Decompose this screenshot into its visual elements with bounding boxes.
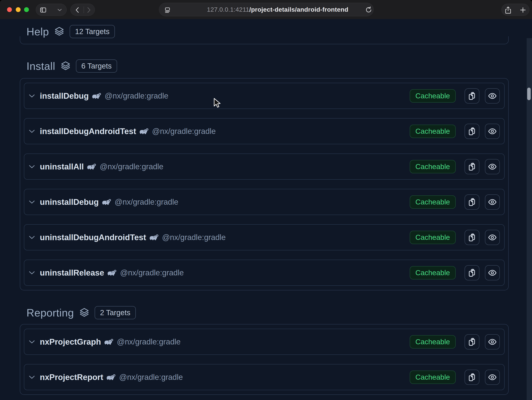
mouse-cursor [213, 98, 221, 109]
layers-icon [60, 61, 71, 71]
copy-button[interactable] [465, 265, 479, 280]
cacheable-badge: Cacheable [410, 335, 456, 349]
scrollbar-thumb[interactable] [527, 88, 531, 100]
view-details-button[interactable] [485, 370, 500, 385]
layers-icon [79, 307, 89, 318]
eye-icon [488, 338, 497, 346]
target-row[interactable]: uninstallDebugAndroidTest @nx/gradle:gra… [24, 224, 505, 250]
sidebar-icon[interactable] [39, 6, 47, 14]
section-title: Help [26, 25, 49, 38]
browser-window: 127.0.0.1:4211/project-details/android-f… [0, 0, 532, 400]
gradle-elephant-icon [92, 92, 101, 100]
chevron-down-icon[interactable] [57, 8, 62, 12]
copy-button[interactable] [465, 334, 479, 350]
url-host: 127.0.0.1:4211 [207, 6, 249, 13]
expand-chevron-icon[interactable] [29, 340, 35, 344]
section-card-install: installDebug @nx/gradle:gradleCacheable … [20, 78, 509, 290]
section-header-install: Install 6 Targets [26, 59, 117, 73]
expand-chevron-icon[interactable] [29, 200, 35, 204]
view-details-button[interactable] [485, 194, 500, 210]
clipboard-copy-icon [468, 373, 476, 382]
section-card-bottom-help [20, 36, 509, 44]
eye-icon [488, 233, 497, 242]
traffic-light-minimize[interactable] [16, 7, 20, 12]
nav-button-group [70, 4, 95, 16]
target-row[interactable]: nxProjectReport @nx/gradle:gradleCacheab… [24, 364, 505, 390]
target-name: uninstallAll [40, 162, 84, 171]
target-name: installDebugAndroidTest [40, 127, 136, 136]
expand-chevron-icon[interactable] [29, 375, 35, 379]
traffic-light-close[interactable] [7, 7, 12, 12]
gradle-elephant-icon [107, 269, 116, 276]
clipboard-copy-icon [468, 233, 476, 242]
page-format-icon[interactable] [164, 6, 171, 13]
gradle-elephant-icon [87, 163, 96, 170]
target-row[interactable]: installDebug @nx/gradle:gradleCacheable [24, 83, 505, 109]
eye-icon [488, 373, 497, 382]
cacheable-badge: Cacheable [410, 195, 456, 209]
target-count-badge: 12 Targets [70, 25, 115, 38]
expand-chevron-icon[interactable] [29, 236, 35, 239]
clipboard-copy-icon [468, 338, 476, 346]
target-name: installDebug [40, 91, 89, 100]
target-row[interactable]: installDebugAndroidTest @nx/gradle:gradl… [24, 118, 505, 144]
new-tab-icon[interactable] [519, 6, 526, 13]
scrollbar-track[interactable] [527, 38, 532, 400]
expand-chevron-icon[interactable] [29, 271, 35, 275]
expand-chevron-icon[interactable] [29, 94, 35, 98]
view-details-button[interactable] [485, 88, 500, 104]
view-details-button[interactable] [485, 230, 500, 245]
gradle-elephant-icon [102, 199, 111, 206]
expand-chevron-icon[interactable] [29, 129, 35, 133]
gradle-elephant-icon [106, 374, 115, 381]
clipboard-copy-icon [468, 127, 476, 136]
target-row[interactable]: nxProjectGraph @nx/gradle:gradleCacheabl… [24, 329, 505, 355]
toolbar-right-group [501, 4, 529, 16]
reload-icon[interactable] [365, 6, 373, 14]
sidebar-toggle-group [36, 4, 67, 16]
target-row[interactable]: uninstallRelease @nx/gradle:gradleCachea… [24, 260, 505, 286]
cacheable-badge: Cacheable [410, 371, 456, 384]
target-executor: @nx/gradle:gradle [117, 338, 181, 346]
copy-button[interactable] [465, 124, 479, 139]
project-details-page: Help 12 TargetsInstall 6 Targets install… [0, 19, 532, 400]
eye-icon [488, 268, 497, 277]
view-details-button[interactable] [485, 265, 500, 280]
expand-chevron-icon[interactable] [29, 165, 35, 169]
view-details-button[interactable] [485, 334, 500, 350]
url-text[interactable]: 127.0.0.1:4211/project-details/android-f… [207, 0, 348, 19]
target-name: uninstallRelease [40, 268, 104, 277]
share-icon[interactable] [504, 6, 512, 14]
back-button[interactable] [75, 7, 80, 13]
cacheable-badge: Cacheable [410, 231, 456, 244]
copy-button[interactable] [465, 194, 479, 210]
clipboard-copy-icon [468, 268, 476, 277]
view-details-button[interactable] [485, 124, 500, 139]
target-name: nxProjectReport [40, 373, 103, 382]
eye-icon [488, 162, 497, 171]
target-executor: @nx/gradle:gradle [152, 127, 216, 136]
target-row[interactable]: uninstallDebug @nx/gradle:gradleCacheabl… [24, 189, 505, 215]
view-details-button[interactable] [485, 159, 500, 174]
target-executor: @nx/gradle:gradle [119, 373, 183, 382]
forward-button[interactable] [87, 7, 91, 13]
section-title: Install [26, 60, 55, 72]
traffic-light-zoom[interactable] [24, 7, 29, 12]
layers-icon [54, 26, 64, 37]
section-header-reporting: Reporting 2 Targets [26, 306, 136, 320]
eye-icon [488, 198, 497, 206]
clipboard-copy-icon [468, 198, 476, 206]
target-executor: @nx/gradle:gradle [120, 268, 184, 277]
copy-button[interactable] [465, 88, 479, 104]
copy-button[interactable] [465, 230, 479, 245]
target-name: nxProjectGraph [40, 337, 101, 346]
copy-button[interactable] [465, 159, 479, 174]
target-row[interactable]: uninstallAll @nx/gradle:gradleCacheable [24, 154, 505, 180]
cacheable-badge: Cacheable [410, 160, 456, 173]
eye-icon [488, 92, 497, 100]
gradle-elephant-icon [149, 234, 158, 241]
target-executor: @nx/gradle:gradle [162, 233, 226, 242]
section-card-reporting: nxProjectGraph @nx/gradle:gradleCacheabl… [20, 324, 509, 395]
copy-button[interactable] [465, 370, 479, 385]
gradle-elephant-icon [104, 338, 113, 345]
